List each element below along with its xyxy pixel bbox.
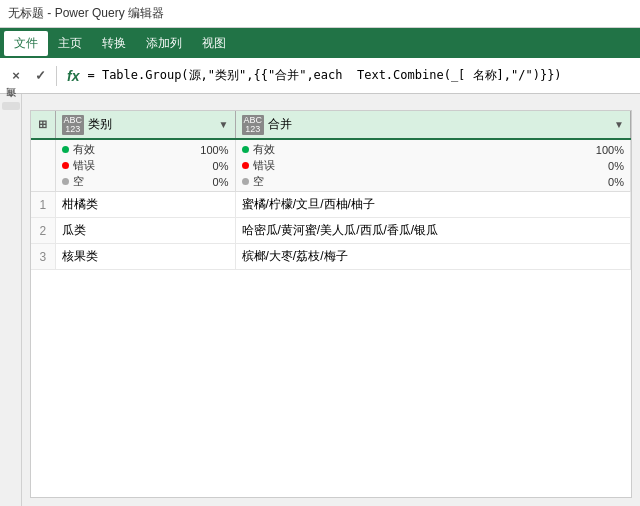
title-text: 无标题 - Power Query 编辑器 <box>8 5 164 22</box>
stat-empty-label-1: 空 <box>73 174 84 189</box>
stat-error-label-1: 错误 <box>73 158 95 173</box>
title-bar: 无标题 - Power Query 编辑器 <box>0 0 640 28</box>
formula-cancel-button[interactable]: × <box>6 66 26 86</box>
col-type-badge-1: ABC 123 <box>62 115 85 135</box>
table-row: 3 核果类 槟榔/大枣/荔枝/梅子 <box>31 244 631 270</box>
fx-icon: fx <box>67 68 79 84</box>
stat-error-dot-2 <box>242 162 249 169</box>
row-3-col1: 核果类 <box>55 244 235 270</box>
stat-valid-label-2: 有效 <box>253 142 275 157</box>
col-dropdown-1[interactable]: ▼ <box>219 119 229 130</box>
stat-empty-label-2: 空 <box>253 174 264 189</box>
row-num-3: 3 <box>31 244 55 270</box>
stat-empty-dot-2 <box>242 178 249 185</box>
stat-valid-dot-1 <box>62 146 69 153</box>
formula-divider <box>56 66 57 86</box>
row-2-col2: 哈密瓜/黄河蜜/美人瓜/西瓜/香瓜/银瓜 <box>235 218 631 244</box>
menu-item-view[interactable]: 视图 <box>192 31 236 56</box>
stat-valid-value-2: 100% <box>588 144 624 156</box>
query-panel: ⊞ ABC 123 类别 <box>22 94 640 506</box>
row-num-2: 2 <box>31 218 55 244</box>
stat-empty-value-1: 0% <box>205 176 229 188</box>
row-num-1: 1 <box>31 192 55 218</box>
stat-error-label-2: 错误 <box>253 158 275 173</box>
col-header-merge: ABC 123 合并 ▼ <box>235 111 631 139</box>
row-1-col1: 柑橘类 <box>55 192 235 218</box>
row-1-col2: 蜜橘/柠檬/文旦/西柚/柚子 <box>235 192 631 218</box>
sidebar-queries-icon[interactable]: 查询 <box>2 102 20 110</box>
table-corner: ⊞ <box>31 111 55 139</box>
menu-item-home[interactable]: 主页 <box>48 31 92 56</box>
formula-bar: × ✓ fx <box>0 58 640 94</box>
left-sidebar: 查询 <box>0 94 22 506</box>
stat-valid-dot-2 <box>242 146 249 153</box>
menu-item-addcol[interactable]: 添加列 <box>136 31 192 56</box>
menu-bar: 文件 主页 转换 添加列 视图 <box>0 28 640 58</box>
table-selector-icon: ⊞ <box>31 118 55 131</box>
data-table: ⊞ ABC 123 类别 <box>31 111 631 270</box>
col-type-badge-2: ABC 123 <box>242 115 265 135</box>
main-content: 查询 ⊞ <box>0 94 640 506</box>
stats-cell-category: 有效 100% 错误 0% 空 <box>55 139 235 192</box>
stat-error-value-2: 0% <box>600 160 624 172</box>
stat-empty-value-2: 0% <box>600 176 624 188</box>
stats-row: 有效 100% 错误 0% 空 <box>31 139 631 192</box>
table-row: 2 瓜类 哈密瓜/黄河蜜/美人瓜/西瓜/香瓜/银瓜 <box>31 218 631 244</box>
formula-input[interactable] <box>87 69 634 83</box>
row-3-col2: 槟榔/大枣/荔枝/梅子 <box>235 244 631 270</box>
row-2-col1: 瓜类 <box>55 218 235 244</box>
col-header-category: ABC 123 类别 ▼ <box>55 111 235 139</box>
table-row: 1 柑橘类 蜜橘/柠檬/文旦/西柚/柚子 <box>31 192 631 218</box>
col-name-merge: 合并 <box>268 116 292 133</box>
stat-valid-value-1: 100% <box>192 144 228 156</box>
stat-empty-dot-1 <box>62 178 69 185</box>
col-dropdown-2[interactable]: ▼ <box>614 119 624 130</box>
stat-valid-label-1: 有效 <box>73 142 95 157</box>
stat-error-value-1: 0% <box>205 160 229 172</box>
col-name-category: 类别 <box>88 116 112 133</box>
stats-cell-merge: 有效 100% 错误 0% 空 <box>235 139 631 192</box>
menu-item-transform[interactable]: 转换 <box>92 31 136 56</box>
data-table-container: ⊞ ABC 123 类别 <box>30 110 632 498</box>
stat-error-dot-1 <box>62 162 69 169</box>
formula-confirm-button[interactable]: ✓ <box>30 66 50 86</box>
menu-item-file[interactable]: 文件 <box>4 31 48 56</box>
